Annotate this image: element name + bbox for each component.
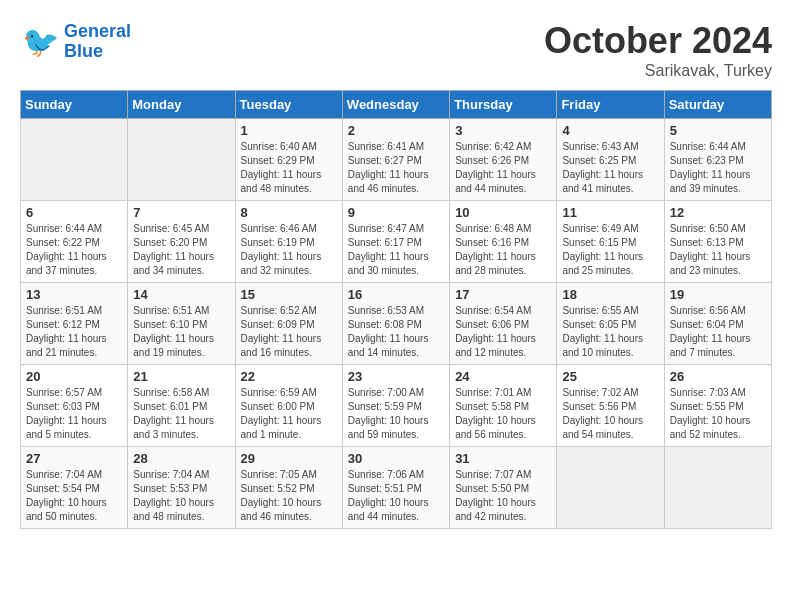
calendar-cell: 5 Sunrise: 6:44 AM Sunset: 6:23 PM Dayli… — [664, 119, 771, 201]
day-number: 29 — [241, 451, 337, 466]
day-info: Sunrise: 6:57 AM Sunset: 6:03 PM Dayligh… — [26, 386, 122, 442]
day-number: 18 — [562, 287, 658, 302]
calendar-cell: 12 Sunrise: 6:50 AM Sunset: 6:13 PM Dayl… — [664, 201, 771, 283]
day-info: Sunrise: 7:07 AM Sunset: 5:50 PM Dayligh… — [455, 468, 551, 524]
calendar-cell: 9 Sunrise: 6:47 AM Sunset: 6:17 PM Dayli… — [342, 201, 449, 283]
sunset-text: Sunset: 6:26 PM — [455, 154, 551, 168]
sunset-text: Sunset: 5:59 PM — [348, 400, 444, 414]
sunrise-text: Sunrise: 6:56 AM — [670, 304, 766, 318]
day-info: Sunrise: 6:44 AM Sunset: 6:22 PM Dayligh… — [26, 222, 122, 278]
day-number: 26 — [670, 369, 766, 384]
col-tuesday: Tuesday — [235, 91, 342, 119]
sunrise-text: Sunrise: 6:59 AM — [241, 386, 337, 400]
day-info: Sunrise: 7:00 AM Sunset: 5:59 PM Dayligh… — [348, 386, 444, 442]
daylight-text: Daylight: 11 hours and 14 minutes. — [348, 332, 444, 360]
sunrise-text: Sunrise: 6:55 AM — [562, 304, 658, 318]
sunset-text: Sunset: 6:22 PM — [26, 236, 122, 250]
day-info: Sunrise: 6:52 AM Sunset: 6:09 PM Dayligh… — [241, 304, 337, 360]
svg-text:🐦: 🐦 — [22, 24, 60, 60]
day-number: 4 — [562, 123, 658, 138]
sunrise-text: Sunrise: 7:04 AM — [133, 468, 229, 482]
daylight-text: Daylight: 11 hours and 25 minutes. — [562, 250, 658, 278]
sunset-text: Sunset: 6:05 PM — [562, 318, 658, 332]
sunrise-text: Sunrise: 6:50 AM — [670, 222, 766, 236]
col-wednesday: Wednesday — [342, 91, 449, 119]
daylight-text: Daylight: 10 hours and 50 minutes. — [26, 496, 122, 524]
calendar-cell: 3 Sunrise: 6:42 AM Sunset: 6:26 PM Dayli… — [450, 119, 557, 201]
sunrise-text: Sunrise: 6:58 AM — [133, 386, 229, 400]
sunrise-text: Sunrise: 7:00 AM — [348, 386, 444, 400]
day-number: 31 — [455, 451, 551, 466]
month-title: October 2024 — [544, 20, 772, 62]
location-subtitle: Sarikavak, Turkey — [544, 62, 772, 80]
sunset-text: Sunset: 6:04 PM — [670, 318, 766, 332]
daylight-text: Daylight: 11 hours and 12 minutes. — [455, 332, 551, 360]
daylight-text: Daylight: 11 hours and 21 minutes. — [26, 332, 122, 360]
calendar-cell: 21 Sunrise: 6:58 AM Sunset: 6:01 PM Dayl… — [128, 365, 235, 447]
day-number: 9 — [348, 205, 444, 220]
sunrise-text: Sunrise: 6:45 AM — [133, 222, 229, 236]
sunset-text: Sunset: 6:06 PM — [455, 318, 551, 332]
calendar-cell: 28 Sunrise: 7:04 AM Sunset: 5:53 PM Dayl… — [128, 447, 235, 529]
day-info: Sunrise: 6:53 AM Sunset: 6:08 PM Dayligh… — [348, 304, 444, 360]
day-info: Sunrise: 7:06 AM Sunset: 5:51 PM Dayligh… — [348, 468, 444, 524]
calendar-cell: 16 Sunrise: 6:53 AM Sunset: 6:08 PM Dayl… — [342, 283, 449, 365]
sunset-text: Sunset: 6:16 PM — [455, 236, 551, 250]
daylight-text: Daylight: 10 hours and 54 minutes. — [562, 414, 658, 442]
sunset-text: Sunset: 6:01 PM — [133, 400, 229, 414]
daylight-text: Daylight: 11 hours and 48 minutes. — [241, 168, 337, 196]
calendar-cell: 29 Sunrise: 7:05 AM Sunset: 5:52 PM Dayl… — [235, 447, 342, 529]
calendar-cell: 19 Sunrise: 6:56 AM Sunset: 6:04 PM Dayl… — [664, 283, 771, 365]
day-info: Sunrise: 6:51 AM Sunset: 6:12 PM Dayligh… — [26, 304, 122, 360]
day-number: 8 — [241, 205, 337, 220]
sunset-text: Sunset: 6:17 PM — [348, 236, 444, 250]
col-monday: Monday — [128, 91, 235, 119]
day-info: Sunrise: 7:04 AM Sunset: 5:53 PM Dayligh… — [133, 468, 229, 524]
sunrise-text: Sunrise: 7:05 AM — [241, 468, 337, 482]
day-info: Sunrise: 6:48 AM Sunset: 6:16 PM Dayligh… — [455, 222, 551, 278]
sunrise-text: Sunrise: 6:40 AM — [241, 140, 337, 154]
daylight-text: Daylight: 11 hours and 46 minutes. — [348, 168, 444, 196]
calendar-cell: 14 Sunrise: 6:51 AM Sunset: 6:10 PM Dayl… — [128, 283, 235, 365]
logo: 🐦 General Blue — [20, 20, 131, 64]
calendar-cell — [664, 447, 771, 529]
day-number: 6 — [26, 205, 122, 220]
sunrise-text: Sunrise: 6:41 AM — [348, 140, 444, 154]
daylight-text: Daylight: 11 hours and 44 minutes. — [455, 168, 551, 196]
day-info: Sunrise: 7:01 AM Sunset: 5:58 PM Dayligh… — [455, 386, 551, 442]
calendar-cell: 6 Sunrise: 6:44 AM Sunset: 6:22 PM Dayli… — [21, 201, 128, 283]
daylight-text: Daylight: 10 hours and 46 minutes. — [241, 496, 337, 524]
calendar-cell: 22 Sunrise: 6:59 AM Sunset: 6:00 PM Dayl… — [235, 365, 342, 447]
sunset-text: Sunset: 6:27 PM — [348, 154, 444, 168]
day-number: 1 — [241, 123, 337, 138]
sunset-text: Sunset: 6:25 PM — [562, 154, 658, 168]
day-number: 16 — [348, 287, 444, 302]
day-number: 27 — [26, 451, 122, 466]
calendar-cell: 31 Sunrise: 7:07 AM Sunset: 5:50 PM Dayl… — [450, 447, 557, 529]
day-number: 17 — [455, 287, 551, 302]
daylight-text: Daylight: 11 hours and 23 minutes. — [670, 250, 766, 278]
calendar-week-row: 13 Sunrise: 6:51 AM Sunset: 6:12 PM Dayl… — [21, 283, 772, 365]
daylight-text: Daylight: 10 hours and 42 minutes. — [455, 496, 551, 524]
sunset-text: Sunset: 6:13 PM — [670, 236, 766, 250]
calendar-cell: 8 Sunrise: 6:46 AM Sunset: 6:19 PM Dayli… — [235, 201, 342, 283]
calendar-cell: 15 Sunrise: 6:52 AM Sunset: 6:09 PM Dayl… — [235, 283, 342, 365]
day-info: Sunrise: 6:49 AM Sunset: 6:15 PM Dayligh… — [562, 222, 658, 278]
sunset-text: Sunset: 5:51 PM — [348, 482, 444, 496]
day-number: 7 — [133, 205, 229, 220]
sunrise-text: Sunrise: 6:51 AM — [26, 304, 122, 318]
logo-text: General Blue — [64, 22, 131, 62]
calendar-cell: 18 Sunrise: 6:55 AM Sunset: 6:05 PM Dayl… — [557, 283, 664, 365]
col-thursday: Thursday — [450, 91, 557, 119]
sunset-text: Sunset: 5:52 PM — [241, 482, 337, 496]
sunset-text: Sunset: 6:03 PM — [26, 400, 122, 414]
day-number: 12 — [670, 205, 766, 220]
calendar-week-row: 20 Sunrise: 6:57 AM Sunset: 6:03 PM Dayl… — [21, 365, 772, 447]
day-info: Sunrise: 6:41 AM Sunset: 6:27 PM Dayligh… — [348, 140, 444, 196]
sunrise-text: Sunrise: 6:53 AM — [348, 304, 444, 318]
calendar-cell: 10 Sunrise: 6:48 AM Sunset: 6:16 PM Dayl… — [450, 201, 557, 283]
calendar-cell — [557, 447, 664, 529]
calendar-header-row: Sunday Monday Tuesday Wednesday Thursday… — [21, 91, 772, 119]
sunset-text: Sunset: 5:53 PM — [133, 482, 229, 496]
daylight-text: Daylight: 11 hours and 10 minutes. — [562, 332, 658, 360]
